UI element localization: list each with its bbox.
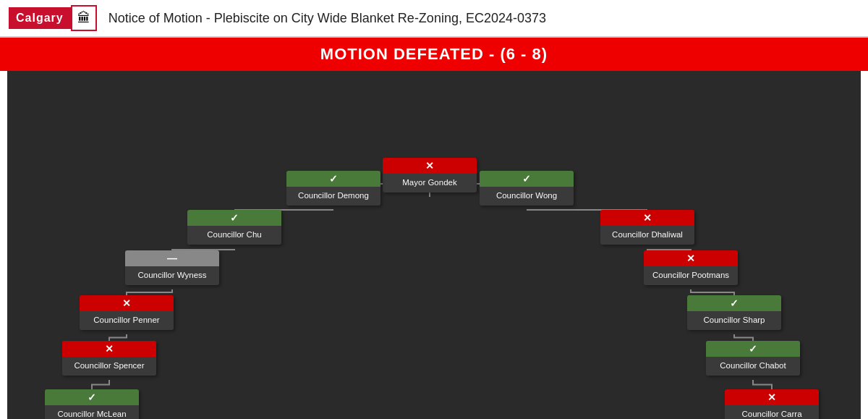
card-label-chabot: Councillor Chabot (706, 357, 800, 376)
card-pootmans: ✕Councillor Pootmans (644, 250, 738, 285)
card-label-penner: Councillor Penner (80, 311, 174, 330)
card-gondek: ✕Mayor Gondek (383, 158, 477, 192)
vote-chart: ✕Mayor Gondek✓Councillor Demong✓Councill… (7, 71, 861, 419)
card-label-mclean: Councillor McLean (45, 405, 139, 419)
vote-indicator-dhaliwal: ✕ (600, 210, 694, 226)
vote-indicator-wong: ✓ (480, 171, 574, 187)
card-label-wyness: Councillor Wyness (125, 266, 219, 285)
vote-indicator-penner: ✕ (80, 295, 174, 311)
logo-area: Calgary 🏛 (9, 5, 97, 31)
card-label-demong: Councillor Demong (286, 187, 380, 206)
connector-spencer-mclean (92, 380, 109, 389)
vote-indicator-mclean: ✓ (45, 389, 139, 405)
card-label-gondek: Mayor Gondek (383, 174, 477, 192)
page-title: Notice of Motion - Plebiscite on City Wi… (109, 11, 546, 26)
card-penner: ✕Councillor Penner (80, 295, 174, 330)
vote-indicator-chabot: ✓ (706, 341, 800, 357)
vote-indicator-spencer: ✕ (62, 341, 156, 357)
card-sharp: ✓Councillor Sharp (687, 295, 781, 330)
connector-wyness-penner (127, 289, 172, 295)
card-label-sharp: Councillor Sharp (687, 311, 781, 330)
vote-indicator-carra: ✕ (725, 389, 819, 405)
card-spencer: ✕Councillor Spencer (62, 341, 156, 376)
header: Calgary 🏛 Notice of Motion - Plebiscite … (0, 0, 868, 38)
card-label-spencer: Councillor Spencer (62, 357, 156, 376)
card-chabot: ✓Councillor Chabot (706, 341, 800, 376)
card-carra: ✕Councillor Carra (725, 389, 819, 419)
connector-chabot-carra (753, 380, 772, 389)
card-dhaliwal: ✕Councillor Dhaliwal (600, 210, 694, 245)
vote-indicator-pootmans: ✕ (644, 250, 738, 266)
vote-indicator-demong: ✓ (286, 171, 380, 187)
calgary-wordmark: Calgary (9, 7, 71, 29)
vote-indicator-chu: ✓ (187, 210, 281, 226)
vote-indicator-wyness: — (125, 250, 219, 266)
card-mclean: ✓Councillor McLean (45, 389, 139, 419)
motion-banner: MOTION DEFEATED - (6 - 8) (0, 38, 868, 71)
connector-pootmans-sharp (691, 289, 734, 295)
card-demong: ✓Councillor Demong (286, 171, 380, 206)
card-label-carra: Councillor Carra (725, 405, 819, 419)
card-chu: ✓Councillor Chu (187, 210, 281, 245)
card-wyness: —Councillor Wyness (125, 250, 219, 285)
vote-indicator-sharp: ✓ (687, 295, 781, 311)
card-label-pootmans: Councillor Pootmans (644, 266, 738, 285)
vote-indicator-gondek: ✕ (383, 158, 477, 174)
connector-penner-spencer (109, 334, 127, 341)
city-crest: 🏛 (71, 5, 97, 31)
connector-sharp-chabot (734, 334, 753, 341)
card-wong: ✓Councillor Wong (480, 171, 574, 206)
card-label-chu: Councillor Chu (187, 226, 281, 245)
card-label-dhaliwal: Councillor Dhaliwal (600, 226, 694, 245)
card-label-wong: Councillor Wong (480, 187, 574, 206)
